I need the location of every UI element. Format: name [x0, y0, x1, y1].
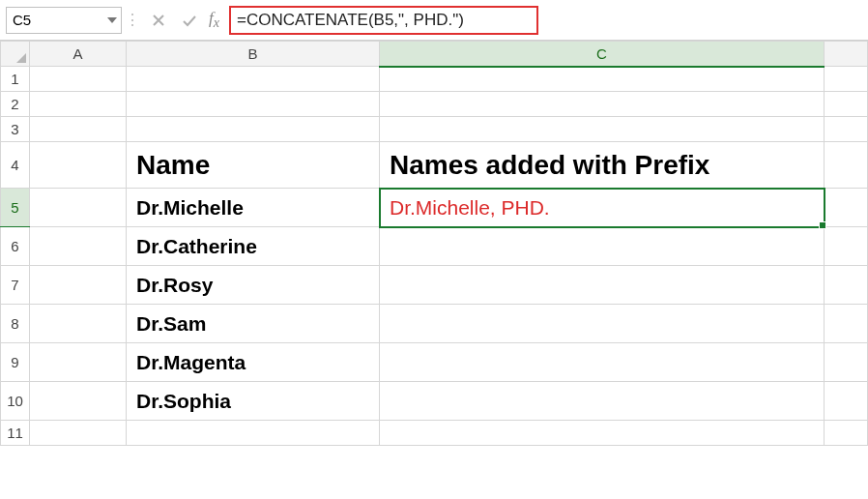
row-header-8[interactable]: 8 — [1, 305, 30, 343]
row-header-4[interactable]: 4 — [1, 142, 30, 189]
enter-icon[interactable] — [174, 7, 205, 34]
row-header-9[interactable]: 9 — [1, 343, 30, 382]
cell-C1[interactable] — [380, 67, 825, 92]
row-header-1[interactable]: 1 — [1, 67, 30, 92]
cell-D5[interactable] — [825, 189, 868, 227]
cell-B7[interactable]: Dr.Rosy — [127, 266, 380, 305]
cell-D8[interactable] — [825, 305, 868, 343]
cell-C6[interactable] — [380, 227, 825, 266]
cell-D3[interactable] — [825, 117, 868, 142]
cell-C8[interactable] — [380, 305, 825, 343]
col-header-B[interactable]: B — [127, 42, 380, 67]
cell-C5[interactable]: Dr.Michelle, PHD. — [380, 189, 825, 227]
cell-B5[interactable]: Dr.Michelle — [127, 189, 380, 227]
cell-B9[interactable]: Dr.Magenta — [127, 343, 380, 382]
cell-D6[interactable] — [825, 227, 868, 266]
cell-B6[interactable]: Dr.Catherine — [127, 227, 380, 266]
cell-A9[interactable] — [30, 343, 127, 382]
cell-D7[interactable] — [825, 266, 868, 305]
cell-D9[interactable] — [825, 343, 868, 382]
formula-input-highlight: =CONCATENATE(B5,", PHD.") — [229, 6, 538, 35]
cell-D10[interactable] — [825, 382, 868, 421]
cell-D2[interactable] — [825, 92, 868, 117]
cell-C7[interactable] — [380, 266, 825, 305]
cell-A5[interactable] — [30, 189, 127, 227]
cell-B11[interactable] — [127, 421, 380, 446]
cell-D11[interactable] — [825, 421, 868, 446]
col-header-blank[interactable] — [825, 42, 868, 67]
divider: ⋮ — [128, 7, 137, 34]
cell-A3[interactable] — [30, 117, 127, 142]
name-box[interactable]: C5 — [6, 7, 122, 34]
cell-D1[interactable] — [825, 67, 868, 92]
row-header-5[interactable]: 5 — [1, 189, 30, 227]
cell-A2[interactable] — [30, 92, 127, 117]
cell-B1[interactable] — [127, 67, 380, 92]
cell-A4[interactable] — [30, 142, 127, 189]
cell-B2[interactable] — [127, 92, 380, 117]
cell-A7[interactable] — [30, 266, 127, 305]
cell-C11[interactable] — [380, 421, 825, 446]
cancel-icon[interactable] — [143, 7, 174, 34]
cell-B10[interactable]: Dr.Sophia — [127, 382, 380, 421]
chevron-down-icon[interactable] — [107, 17, 117, 23]
col-header-A[interactable]: A — [30, 42, 127, 67]
cell-B4[interactable]: Name — [127, 142, 380, 189]
formula-bar: C5 ⋮ fx =CONCATENATE(B5,", PHD.") — [0, 0, 868, 41]
cell-A10[interactable] — [30, 382, 127, 421]
cell-A8[interactable] — [30, 305, 127, 343]
cell-C10[interactable] — [380, 382, 825, 421]
row-header-10[interactable]: 10 — [1, 382, 30, 421]
formula-input[interactable]: =CONCATENATE(B5,", PHD.") — [237, 11, 464, 30]
cell-A6[interactable] — [30, 227, 127, 266]
cell-C4[interactable]: Names added with Prefix — [380, 142, 825, 189]
cell-C2[interactable] — [380, 92, 825, 117]
cell-B3[interactable] — [127, 117, 380, 142]
row-header-11[interactable]: 11 — [1, 421, 30, 446]
spreadsheet-grid: A B C 1 2 3 4 Name Names added with Pref… — [0, 41, 868, 446]
cell-C9[interactable] — [380, 343, 825, 382]
cell-B8[interactable]: Dr.Sam — [127, 305, 380, 343]
cell-C3[interactable] — [380, 117, 825, 142]
row-header-7[interactable]: 7 — [1, 266, 30, 305]
row-header-3[interactable]: 3 — [1, 117, 30, 142]
fx-icon[interactable]: fx — [209, 9, 219, 31]
name-box-value: C5 — [13, 12, 31, 28]
row-header-2[interactable]: 2 — [1, 92, 30, 117]
col-header-C[interactable]: C — [380, 42, 825, 67]
cell-D4[interactable] — [825, 142, 868, 189]
select-all-corner[interactable] — [1, 42, 30, 67]
row-header-6[interactable]: 6 — [1, 227, 30, 266]
cell-A11[interactable] — [30, 421, 127, 446]
cell-A1[interactable] — [30, 67, 127, 92]
